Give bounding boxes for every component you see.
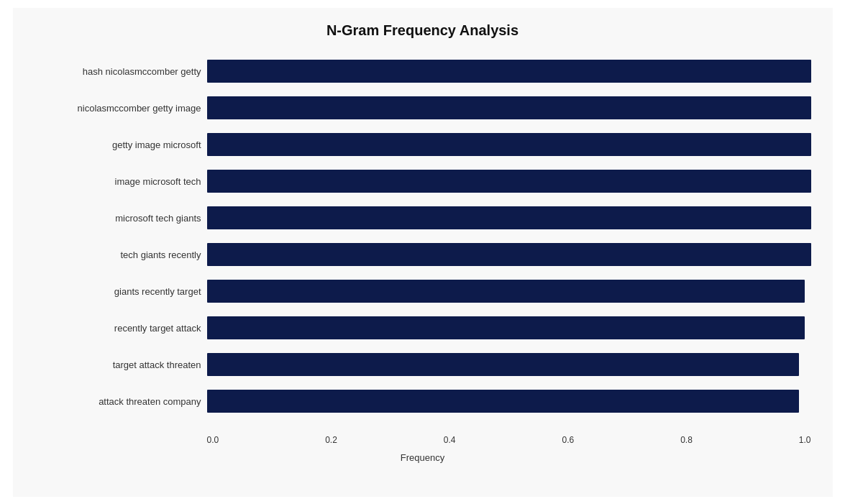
y-axis-label: nicolasmccomber getty image [35, 92, 201, 124]
bar [207, 133, 811, 156]
y-axis: hash nicolasmccomber gettynicolasmccombe… [35, 53, 207, 420]
bar [207, 96, 811, 119]
x-tick-label: 0.4 [444, 435, 456, 445]
bar-row [207, 92, 811, 124]
bar [207, 243, 811, 266]
y-axis-label: microsoft tech giants [35, 202, 201, 234]
bar-row [207, 129, 811, 160]
bar-row [207, 55, 811, 87]
x-tick-label: 0.0 [207, 435, 219, 445]
x-axis-label: Frequency [35, 452, 811, 463]
bar [207, 316, 805, 339]
y-axis-label: attack threaten company [35, 385, 201, 417]
x-tick-label: 1.0 [799, 435, 811, 445]
y-axis-label: tech giants recently [35, 239, 201, 270]
plot-area: 0.00.20.40.60.81.0 [207, 53, 811, 420]
bar-row [207, 349, 811, 380]
bar-row [207, 275, 811, 307]
chart-title: N-Gram Frequency Analysis [35, 22, 811, 39]
chart-container: N-Gram Frequency Analysis hash nicolasmc… [13, 8, 833, 497]
x-tick-label: 0.8 [680, 435, 693, 445]
bar [207, 280, 805, 303]
bar [207, 170, 811, 193]
y-axis-label: giants recently target [35, 275, 201, 307]
bar-row [207, 239, 811, 270]
bar-row [207, 385, 811, 417]
x-tick-label: 0.6 [562, 435, 574, 445]
y-axis-label: recently target attack [35, 312, 201, 344]
y-axis-label: getty image microsoft [35, 129, 201, 160]
y-axis-label: target attack threaten [35, 349, 201, 380]
bar-row [207, 165, 811, 197]
bar [207, 60, 811, 83]
x-axis-ticks: 0.00.20.40.60.81.0 [207, 435, 811, 445]
bar-row [207, 312, 811, 344]
bar [207, 390, 799, 413]
bar [207, 206, 811, 229]
y-axis-label: image microsoft tech [35, 165, 201, 197]
bar [207, 353, 799, 376]
y-axis-label: hash nicolasmccomber getty [35, 55, 201, 87]
bar-row [207, 202, 811, 234]
x-tick-label: 0.2 [325, 435, 337, 445]
